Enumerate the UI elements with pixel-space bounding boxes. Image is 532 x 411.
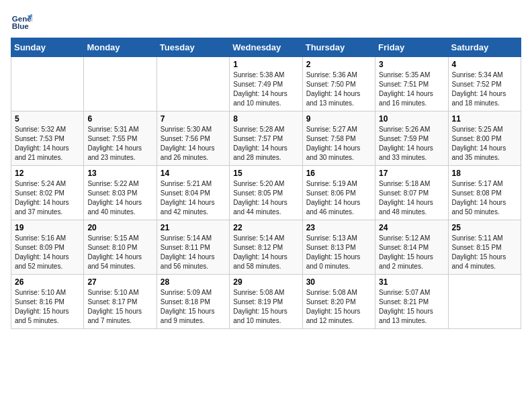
day-info: Sunrise: 5:12 AMSunset: 8:14 PMDaylight:… [379, 234, 444, 271]
calendar-cell [84, 57, 157, 111]
day-number: 4 [452, 60, 517, 69]
day-info: Sunrise: 5:36 AMSunset: 7:50 PMDaylight:… [306, 71, 371, 108]
day-info: Sunrise: 5:34 AMSunset: 7:52 PMDaylight:… [452, 71, 517, 108]
calendar-cell: 22Sunrise: 5:14 AMSunset: 8:12 PMDayligh… [230, 220, 302, 275]
day-info: Sunrise: 5:21 AMSunset: 8:04 PMDaylight:… [161, 179, 226, 217]
day-number: 12 [15, 169, 80, 178]
day-number: 2 [306, 60, 371, 69]
calendar-cell: 24Sunrise: 5:12 AMSunset: 8:14 PMDayligh… [375, 220, 448, 275]
day-number: 31 [379, 277, 444, 287]
day-info: Sunrise: 5:15 AMSunset: 8:10 PMDaylight:… [87, 234, 152, 271]
calendar-cell: 31Sunrise: 5:07 AMSunset: 8:21 PMDayligh… [375, 275, 448, 329]
logo-icon: General Blue [11, 11, 32, 32]
day-info: Sunrise: 5:18 AMSunset: 8:07 PMDaylight:… [379, 179, 444, 217]
day-number: 26 [15, 277, 80, 287]
day-info: Sunrise: 5:08 AMSunset: 8:19 PMDaylight:… [233, 288, 298, 326]
day-number: 30 [306, 277, 371, 287]
calendar-cell: 8Sunrise: 5:28 AMSunset: 7:57 PMDaylight… [230, 111, 302, 166]
page-header: General Blue [11, 11, 521, 32]
calendar-cell: 10Sunrise: 5:26 AMSunset: 7:59 PMDayligh… [375, 111, 448, 166]
calendar-cell: 5Sunrise: 5:32 AMSunset: 7:53 PMDaylight… [11, 111, 84, 166]
header-day-tuesday: Tuesday [157, 38, 229, 57]
calendar-week-3: 12Sunrise: 5:24 AMSunset: 8:02 PMDayligh… [11, 166, 521, 220]
day-number: 3 [379, 60, 444, 69]
day-info: Sunrise: 5:10 AMSunset: 8:16 PMDaylight:… [15, 288, 80, 326]
day-info: Sunrise: 5:25 AMSunset: 8:00 PMDaylight:… [452, 125, 517, 163]
day-number: 24 [379, 223, 444, 232]
calendar-cell: 15Sunrise: 5:20 AMSunset: 8:05 PMDayligh… [230, 166, 302, 220]
day-number: 21 [161, 223, 226, 232]
calendar-cell [448, 275, 521, 329]
day-number: 16 [306, 169, 371, 178]
calendar-cell: 26Sunrise: 5:10 AMSunset: 8:16 PMDayligh… [11, 275, 84, 329]
day-number: 14 [161, 169, 226, 178]
day-info: Sunrise: 5:17 AMSunset: 8:08 PMDaylight:… [452, 179, 517, 217]
day-info: Sunrise: 5:22 AMSunset: 8:03 PMDaylight:… [87, 179, 152, 217]
calendar-cell: 19Sunrise: 5:16 AMSunset: 8:09 PMDayligh… [11, 220, 84, 275]
calendar-header-row: SundayMondayTuesdayWednesdayThursdayFrid… [11, 38, 521, 57]
day-number: 17 [379, 169, 444, 178]
day-number: 9 [306, 114, 371, 124]
day-number: 5 [15, 114, 80, 124]
calendar-cell: 6Sunrise: 5:31 AMSunset: 7:55 PMDaylight… [84, 111, 157, 166]
logo: General Blue [11, 11, 32, 32]
day-number: 28 [161, 277, 226, 287]
calendar-week-5: 26Sunrise: 5:10 AMSunset: 8:16 PMDayligh… [11, 275, 521, 329]
calendar-cell: 14Sunrise: 5:21 AMSunset: 8:04 PMDayligh… [157, 166, 229, 220]
calendar-cell: 21Sunrise: 5:14 AMSunset: 8:11 PMDayligh… [157, 220, 229, 275]
calendar-cell: 29Sunrise: 5:08 AMSunset: 8:19 PMDayligh… [230, 275, 302, 329]
calendar-table: SundayMondayTuesdayWednesdayThursdayFrid… [11, 38, 521, 329]
header-day-saturday: Saturday [448, 38, 521, 57]
calendar-cell: 9Sunrise: 5:27 AMSunset: 7:58 PMDaylight… [302, 111, 375, 166]
header-day-wednesday: Wednesday [230, 38, 302, 57]
day-number: 1 [233, 60, 298, 69]
day-number: 13 [87, 169, 152, 178]
day-info: Sunrise: 5:11 AMSunset: 8:15 PMDaylight:… [452, 234, 517, 271]
header-day-monday: Monday [84, 38, 157, 57]
day-info: Sunrise: 5:09 AMSunset: 8:18 PMDaylight:… [161, 288, 226, 326]
day-info: Sunrise: 5:30 AMSunset: 7:56 PMDaylight:… [161, 125, 226, 163]
day-info: Sunrise: 5:27 AMSunset: 7:58 PMDaylight:… [306, 125, 371, 163]
day-number: 29 [233, 277, 298, 287]
day-info: Sunrise: 5:08 AMSunset: 8:20 PMDaylight:… [306, 288, 371, 326]
day-info: Sunrise: 5:10 AMSunset: 8:17 PMDaylight:… [87, 288, 152, 326]
header-day-sunday: Sunday [11, 38, 84, 57]
day-info: Sunrise: 5:32 AMSunset: 7:53 PMDaylight:… [15, 125, 80, 163]
day-info: Sunrise: 5:16 AMSunset: 8:09 PMDaylight:… [15, 234, 80, 271]
day-info: Sunrise: 5:28 AMSunset: 7:57 PMDaylight:… [233, 125, 298, 163]
calendar-cell: 30Sunrise: 5:08 AMSunset: 8:20 PMDayligh… [302, 275, 375, 329]
calendar-cell: 13Sunrise: 5:22 AMSunset: 8:03 PMDayligh… [84, 166, 157, 220]
calendar-cell [11, 57, 84, 111]
day-number: 27 [87, 277, 152, 287]
calendar-cell: 4Sunrise: 5:34 AMSunset: 7:52 PMDaylight… [448, 57, 521, 111]
calendar-cell: 2Sunrise: 5:36 AMSunset: 7:50 PMDaylight… [302, 57, 375, 111]
svg-text:Blue: Blue [12, 22, 30, 30]
day-number: 15 [233, 169, 298, 178]
day-number: 8 [233, 114, 298, 124]
day-info: Sunrise: 5:19 AMSunset: 8:06 PMDaylight:… [306, 179, 371, 217]
day-info: Sunrise: 5:13 AMSunset: 8:13 PMDaylight:… [306, 234, 371, 271]
day-number: 6 [87, 114, 152, 124]
day-info: Sunrise: 5:26 AMSunset: 7:59 PMDaylight:… [379, 125, 444, 163]
header-day-friday: Friday [375, 38, 448, 57]
header-day-thursday: Thursday [302, 38, 375, 57]
day-number: 18 [452, 169, 517, 178]
day-number: 23 [306, 223, 371, 232]
calendar-cell: 17Sunrise: 5:18 AMSunset: 8:07 PMDayligh… [375, 166, 448, 220]
calendar-cell: 7Sunrise: 5:30 AMSunset: 7:56 PMDaylight… [157, 111, 229, 166]
day-info: Sunrise: 5:14 AMSunset: 8:11 PMDaylight:… [161, 234, 226, 271]
day-info: Sunrise: 5:35 AMSunset: 7:51 PMDaylight:… [379, 71, 444, 108]
day-info: Sunrise: 5:14 AMSunset: 8:12 PMDaylight:… [233, 234, 298, 271]
calendar-cell: 25Sunrise: 5:11 AMSunset: 8:15 PMDayligh… [448, 220, 521, 275]
day-info: Sunrise: 5:38 AMSunset: 7:49 PMDaylight:… [233, 71, 298, 108]
day-number: 20 [87, 223, 152, 232]
day-info: Sunrise: 5:31 AMSunset: 7:55 PMDaylight:… [87, 125, 152, 163]
calendar-cell: 16Sunrise: 5:19 AMSunset: 8:06 PMDayligh… [302, 166, 375, 220]
calendar-cell [157, 57, 229, 111]
calendar-cell: 18Sunrise: 5:17 AMSunset: 8:08 PMDayligh… [448, 166, 521, 220]
day-info: Sunrise: 5:07 AMSunset: 8:21 PMDaylight:… [379, 288, 444, 326]
calendar-cell: 27Sunrise: 5:10 AMSunset: 8:17 PMDayligh… [84, 275, 157, 329]
calendar-cell: 12Sunrise: 5:24 AMSunset: 8:02 PMDayligh… [11, 166, 84, 220]
calendar-cell: 3Sunrise: 5:35 AMSunset: 7:51 PMDaylight… [375, 57, 448, 111]
day-info: Sunrise: 5:24 AMSunset: 8:02 PMDaylight:… [15, 179, 80, 217]
